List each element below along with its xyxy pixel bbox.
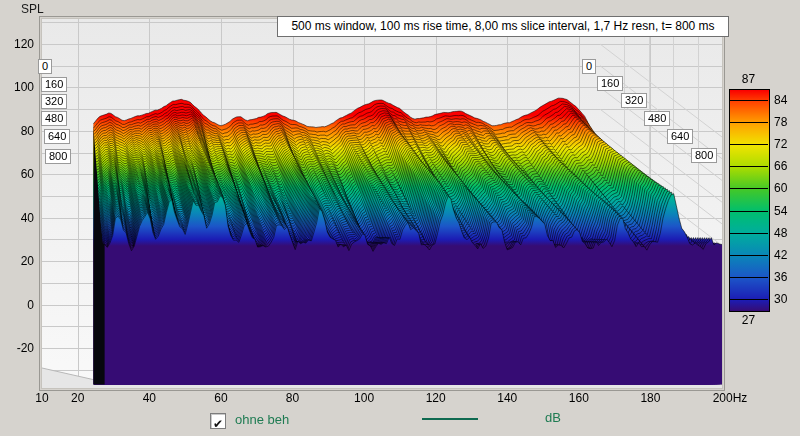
color-scale-tick-label: 84 [774, 93, 787, 107]
time-slice-label: 800 [45, 149, 71, 164]
spl-tick-label: 20 [4, 254, 34, 268]
waterfall-plot-canvas [0, 0, 800, 436]
time-slice-label: 320 [41, 94, 67, 109]
color-scale-tick-label: 48 [774, 226, 787, 240]
spl-tick-label: 40 [4, 211, 34, 225]
time-slice-label: 800 [691, 148, 717, 163]
freq-tick-label: 180 [640, 391, 660, 405]
color-scale-separator [729, 188, 768, 189]
time-slice-label: 640 [667, 129, 693, 144]
spl-tick-label: 100 [4, 80, 34, 94]
color-scale-separator [729, 299, 768, 300]
measurement-settings-box: 500 ms window, 100 ms rise time, 8,00 ms… [277, 16, 729, 37]
trace-unit-label: dB [545, 410, 561, 425]
time-slice-label: 160 [41, 77, 67, 92]
freq-tick-label: 200Hz [713, 391, 748, 405]
time-slice-label: 320 [621, 93, 647, 108]
time-slice-label: 0 [38, 59, 52, 74]
freq-tick-label: 40 [143, 391, 156, 405]
time-slice-label: 160 [597, 76, 623, 91]
time-slice-label: 640 [44, 129, 70, 144]
freq-tick-label: 160 [569, 391, 589, 405]
color-scale-tick-label: 60 [774, 181, 787, 195]
color-scale-separator [729, 255, 768, 256]
waterfall-window: SPL 500 ms window, 100 ms rise time, 8,0… [0, 0, 800, 436]
freq-tick-label: 20 [71, 391, 84, 405]
freq-tick-label: 120 [426, 391, 446, 405]
color-scale-tick-label: 36 [774, 270, 787, 284]
color-scale-tick-label: 66 [774, 159, 787, 173]
color-scale-tick-label: 78 [774, 115, 787, 129]
color-scale-separator [729, 144, 768, 145]
time-slice-label: 0 [582, 59, 596, 74]
freq-tick-label: 80 [286, 391, 299, 405]
spl-tick-label: 60 [4, 167, 34, 181]
spl-tick-label: 120 [4, 37, 34, 51]
spl-tick-label: -20 [4, 341, 34, 355]
color-scale-separator [729, 211, 768, 212]
checkmark-icon: ✔ [213, 417, 223, 431]
freq-tick-label: 100 [354, 391, 374, 405]
time-slice-label: 480 [644, 111, 670, 126]
trace-line-sample [422, 418, 478, 420]
time-slice-label: 480 [41, 111, 67, 126]
freq-tick-label: 140 [497, 391, 517, 405]
color-scale-separator [729, 100, 768, 101]
color-scale-separator [729, 122, 768, 123]
color-scale-separator [729, 166, 768, 167]
spl-axis-title: SPL [21, 2, 44, 16]
color-scale-tick-label: 30 [774, 292, 787, 306]
color-scale-tick-label: 72 [774, 137, 787, 151]
color-scale-separator [729, 233, 768, 234]
freq-tick-label: 60 [214, 391, 227, 405]
freq-tick-label: 10 [35, 391, 48, 405]
color-scale-max-label: 87 [742, 72, 755, 86]
color-scale-min-label: 27 [742, 313, 755, 327]
spl-tick-label: 0 [4, 298, 34, 312]
color-scale-separator [729, 277, 768, 278]
color-scale-tick-label: 54 [774, 204, 787, 218]
trace-label: ohne beh [235, 412, 289, 427]
trace-checkbox[interactable]: ✔ [210, 413, 226, 429]
color-scale-tick-label: 42 [774, 248, 787, 262]
spl-tick-label: 80 [4, 124, 34, 138]
